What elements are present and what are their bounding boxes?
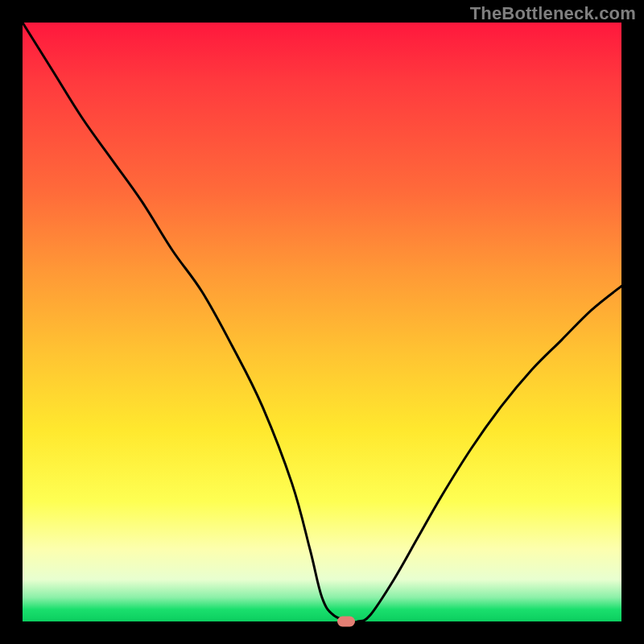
watermark-text: TheBottleneck.com	[470, 3, 636, 24]
bottleneck-curve	[23, 23, 621, 621]
optimal-marker	[337, 617, 355, 627]
chart-frame: TheBottleneck.com	[0, 0, 644, 644]
curve-path	[23, 23, 621, 622]
plot-area	[23, 23, 621, 621]
